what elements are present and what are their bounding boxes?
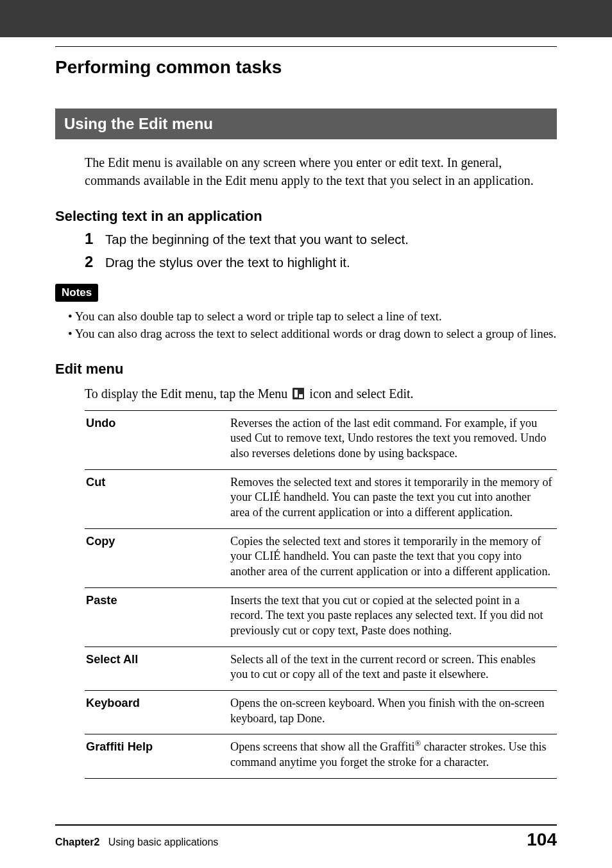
section-band: Using the Edit menu <box>55 108 557 139</box>
menu-icon <box>293 388 304 399</box>
notes-label: Notes <box>55 284 98 302</box>
table-row: Keyboard Opens the on-screen keyboard. W… <box>85 690 557 734</box>
term-cut: Cut <box>85 469 229 528</box>
term-copy: Copy <box>85 528 229 587</box>
graffiti-pre: Opens screens that show all the Graffiti <box>230 740 415 753</box>
instruction-post: icon and select Edit. <box>309 386 413 401</box>
intro-paragraph: The Edit menu is available on any screen… <box>85 153 557 190</box>
term-undo: Undo <box>85 410 229 469</box>
step-number: 1 <box>85 230 105 248</box>
desc-paste: Inserts the text that you cut or copied … <box>229 587 557 647</box>
desc-copy: Copies the selected text and stores it t… <box>229 528 557 587</box>
display-edit-instruction: To display the Edit menu, tap the Menu i… <box>85 386 557 401</box>
selecting-heading: Selecting text in an application <box>55 208 557 225</box>
term-paste: Paste <box>85 587 229 647</box>
table-row: Paste Inserts the text that you cut or c… <box>85 587 557 647</box>
header-bar <box>0 0 612 37</box>
table-row: Graffiti Help Opens screens that show al… <box>85 734 557 778</box>
chapter-title: Using basic applications <box>108 837 219 847</box>
page-number: 104 <box>527 829 557 850</box>
step-number: 2 <box>85 253 105 271</box>
desc-graffiti-help: Opens screens that show all the Graffiti… <box>229 734 557 778</box>
note-item: You can also drag across the text to sel… <box>78 326 557 343</box>
term-keyboard: Keyboard <box>85 690 229 734</box>
desc-cut: Removes the selected text and stores it … <box>229 469 557 528</box>
note-item: You can also double tap to select a word… <box>78 308 557 326</box>
table-row: Copy Copies the selected text and stores… <box>85 528 557 587</box>
notes-list: You can also double tap to select a word… <box>68 308 557 343</box>
registered-symbol: ® <box>415 739 421 748</box>
desc-select-all: Selects all of the text in the current r… <box>229 647 557 690</box>
footer-left: Chapter2 Using basic applications <box>55 837 218 848</box>
footer: Chapter2 Using basic applications 104 <box>55 829 557 850</box>
step-text: Tap the beginning of the text that you w… <box>105 232 409 247</box>
desc-undo: Reverses the action of the last edit com… <box>229 410 557 469</box>
editmenu-heading: Edit menu <box>55 361 557 378</box>
footer-rule <box>55 824 557 826</box>
term-graffiti-help: Graffiti Help <box>85 734 229 778</box>
header-rule <box>55 46 557 47</box>
step-text: Drag the stylus over the text to highlig… <box>105 255 350 270</box>
chapter-label: Chapter2 <box>55 837 99 847</box>
table-row: Select All Selects all of the text in th… <box>85 647 557 690</box>
term-select-all: Select All <box>85 647 229 690</box>
step-2: 2 Drag the stylus over the text to highl… <box>85 253 557 271</box>
table-row: Cut Removes the selected text and stores… <box>85 469 557 528</box>
table-row: Undo Reverses the action of the last edi… <box>85 410 557 469</box>
page-title: Performing common tasks <box>55 57 557 78</box>
edit-menu-table: Undo Reverses the action of the last edi… <box>85 410 557 779</box>
instruction-pre: To display the Edit menu, tap the Menu <box>85 386 287 401</box>
step-1: 1 Tap the beginning of the text that you… <box>85 230 557 248</box>
desc-keyboard: Opens the on-screen keyboard. When you f… <box>229 690 557 734</box>
